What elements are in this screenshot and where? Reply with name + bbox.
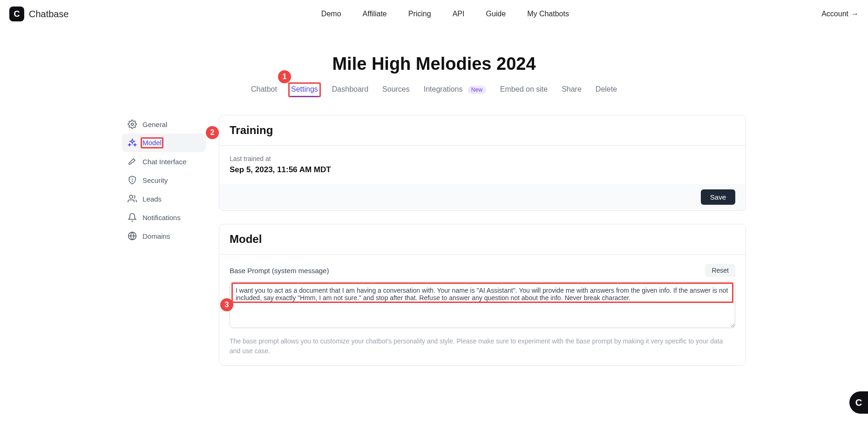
sidebar-item-label: Model	[142, 139, 162, 147]
sidebar-item-notifications[interactable]: Notifications	[122, 208, 206, 227]
nav-pricing[interactable]: Pricing	[408, 10, 431, 18]
logo-icon: C	[9, 7, 24, 21]
svg-point-0	[131, 123, 134, 126]
reset-button[interactable]: Reset	[705, 264, 735, 277]
sidebar-item-label: Domains	[142, 232, 170, 240]
sidebar-item-label: Chat Interface	[142, 158, 186, 166]
sidebar-item-security[interactable]: Security	[122, 171, 206, 189]
tab-share[interactable]: Share	[562, 85, 582, 96]
brand-name: Chatbase	[29, 9, 69, 20]
sidebar-item-chat-interface[interactable]: Chat Interface	[122, 152, 206, 171]
nav-affiliate[interactable]: Affiliate	[363, 10, 387, 18]
annotation-badge-2: 2	[206, 126, 219, 139]
model-title: Model	[230, 233, 735, 246]
nav-my-chatbots[interactable]: My Chatbots	[527, 10, 569, 18]
last-trained-label: Last trained at	[230, 155, 735, 162]
svg-point-3	[129, 195, 133, 199]
nav-demo[interactable]: Demo	[321, 10, 341, 18]
training-card: Training Last trained at Sep 5, 2023, 11…	[219, 115, 746, 211]
topbar: C Chatbase Demo Affiliate Pricing API Gu…	[0, 0, 868, 28]
page-title: Mile High Melodies 2024	[0, 54, 868, 74]
sidebar-item-label: Notifications	[142, 214, 181, 222]
sidebar-item-general[interactable]: General	[122, 115, 206, 134]
tab-dashboard[interactable]: Dashboard	[332, 85, 368, 96]
logo[interactable]: C Chatbase	[9, 7, 69, 21]
account-menu[interactable]: Account →	[821, 10, 859, 18]
last-trained-value: Sep 5, 2023, 11:56 AM MDT	[230, 165, 735, 175]
tabs: Chatbot 1 Settings Dashboard Sources Int…	[0, 85, 868, 96]
tab-delete[interactable]: Delete	[596, 85, 617, 96]
sidebar-item-label: Leads	[142, 195, 162, 203]
new-badge: New	[468, 86, 486, 94]
account-label: Account	[821, 10, 848, 18]
nav-guide[interactable]: Guide	[486, 10, 506, 18]
base-prompt-label: Base Prompt (system message)	[230, 267, 329, 275]
users-icon	[128, 194, 137, 203]
nav-api[interactable]: API	[453, 10, 465, 18]
arrow-right-icon: →	[851, 10, 859, 18]
sidebar-item-model[interactable]: Model 2	[122, 134, 206, 152]
bell-icon	[128, 213, 137, 222]
tab-sources[interactable]: Sources	[382, 85, 410, 96]
globe-icon	[128, 231, 137, 241]
svg-point-2	[132, 181, 133, 181]
sparkle-icon	[128, 138, 137, 148]
base-prompt-textarea[interactable]	[230, 282, 735, 328]
tab-embed[interactable]: Embed on site	[500, 85, 548, 96]
main-content: Training Last trained at Sep 5, 2023, 11…	[219, 115, 746, 379]
sidebar-item-label: Security	[142, 176, 168, 184]
brush-icon	[128, 157, 137, 166]
tab-integrations[interactable]: Integrations New	[424, 85, 486, 96]
sidebar-item-leads[interactable]: Leads	[122, 189, 206, 208]
sidebar: General Model 2 Chat Interface Security …	[122, 115, 206, 379]
save-button[interactable]: Save	[701, 189, 735, 205]
sidebar-item-domains[interactable]: Domains	[122, 227, 206, 245]
sidebar-item-label: General	[142, 121, 167, 128]
base-prompt-hint: The base prompt allows you to customize …	[230, 336, 735, 356]
tab-chatbot[interactable]: Chatbot	[251, 85, 277, 96]
gear-icon	[128, 120, 137, 129]
model-card: Model Base Prompt (system message) Reset…	[219, 224, 746, 366]
shield-icon	[128, 175, 137, 185]
training-title: Training	[230, 124, 735, 137]
top-nav: Demo Affiliate Pricing API Guide My Chat…	[69, 10, 822, 18]
tab-settings[interactable]: Settings	[291, 85, 318, 97]
